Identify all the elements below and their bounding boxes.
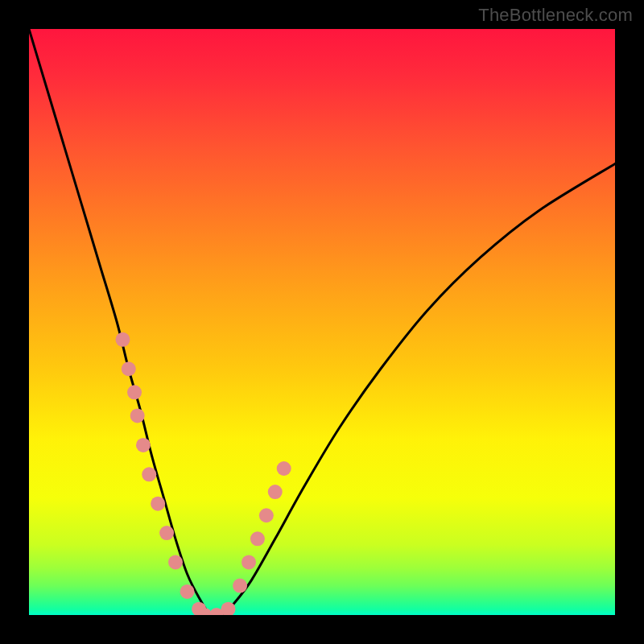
sample-dot xyxy=(136,438,151,452)
sample-dot xyxy=(151,497,165,511)
sample-dots xyxy=(115,332,291,615)
chart-svg xyxy=(29,29,615,615)
sample-dot xyxy=(127,385,142,399)
plot-area xyxy=(29,29,615,615)
sample-dot xyxy=(277,461,291,476)
chart-frame: TheBottleneck.com xyxy=(0,0,644,644)
sample-dot xyxy=(268,485,283,499)
sample-dot xyxy=(122,361,136,376)
sample-dot xyxy=(142,467,156,481)
sample-dot xyxy=(242,555,256,569)
sample-dot xyxy=(180,584,195,599)
sample-dot xyxy=(168,555,183,569)
sample-dot xyxy=(259,508,274,522)
sample-dot xyxy=(159,526,174,540)
watermark-text: TheBottleneck.com xyxy=(478,5,633,26)
bottleneck-curve xyxy=(29,29,615,615)
sample-dot xyxy=(130,408,145,423)
sample-dot xyxy=(115,332,130,347)
sample-dot xyxy=(233,579,247,593)
sample-dot xyxy=(250,531,265,546)
